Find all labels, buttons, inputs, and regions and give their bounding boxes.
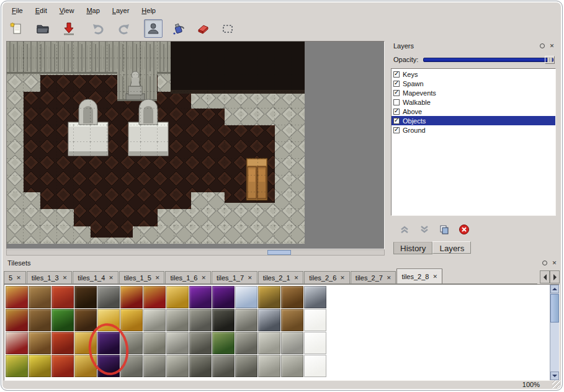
tab-close-icon[interactable]: ✕ [63, 275, 68, 281]
layer-visibility-checkbox[interactable] [393, 99, 400, 105]
tile-angel-base[interactable] [166, 355, 189, 377]
scroll-tabs-left-button[interactable] [540, 270, 550, 283]
map-canvas[interactable] [6, 41, 385, 249]
raise-layer-button[interactable] [398, 223, 411, 236]
layer-visibility-checkbox[interactable] [393, 118, 400, 124]
tile-gargoyle-2[interactable] [189, 332, 212, 354]
tab-close-icon[interactable]: ✕ [340, 275, 345, 281]
tile-purple-throne-right[interactable] [212, 286, 235, 308]
tab-close-icon[interactable]: ✕ [248, 275, 253, 281]
tab-close-icon[interactable]: ✕ [109, 275, 114, 281]
opacity-slider-handle[interactable] [545, 56, 555, 64]
tile-loom-rack[interactable] [29, 286, 51, 308]
tile-blank-b[interactable] [304, 332, 326, 354]
tab-layers[interactable]: Layers [432, 241, 471, 254]
tile-vase-base[interactable] [212, 355, 235, 377]
new-map-button[interactable] [7, 19, 26, 38]
opacity-slider-track[interactable] [423, 58, 553, 62]
tile-loom-threads[interactable] [29, 309, 51, 331]
layer-row-objects[interactable]: Objects [392, 116, 555, 125]
tile-red-pot-3[interactable] [51, 355, 74, 377]
tile-stone-tile-d[interactable] [281, 355, 303, 377]
tile-dark-tomb[interactable] [212, 309, 235, 331]
tab-close-icon[interactable]: ✕ [294, 275, 299, 281]
tileset-tab-tiles-1-6[interactable]: tiles_1_6 ✕ [165, 271, 211, 283]
tile-green-banner[interactable] [6, 355, 28, 377]
resize-grip[interactable] [552, 380, 560, 388]
layer-visibility-checkbox[interactable] [393, 127, 400, 133]
scroll-down-button[interactable] [550, 372, 559, 380]
tab-close-icon[interactable]: ✕ [16, 275, 21, 281]
menu-item-edit[interactable]: Edit [30, 6, 53, 16]
layer-row-above[interactable]: Above [392, 107, 555, 116]
layer-visibility-checkbox[interactable] [393, 81, 400, 87]
lower-layer-button[interactable] [418, 223, 431, 236]
tile-gold-crown[interactable] [166, 286, 189, 308]
tileset-tab-tiles-2-7[interactable]: tiles_2_7 ✕ [351, 271, 396, 283]
tile-wood-chest[interactable] [281, 309, 303, 331]
tileset-tab-tiles-2-1[interactable]: tiles_2_1 ✕ [258, 271, 304, 283]
layer-row-walkable[interactable]: Walkable [392, 97, 555, 107]
menu-item-layer[interactable]: Layer [107, 6, 135, 16]
tileset-tab-tiles-1-7[interactable]: tiles_1_7 ✕ [212, 271, 257, 283]
tab-history[interactable]: History [393, 242, 432, 254]
tileset-content[interactable] [4, 284, 560, 381]
undo-button[interactable] [89, 19, 108, 38]
eraser-tool-button[interactable] [194, 19, 212, 38]
layer-row-ground[interactable]: Ground [392, 125, 555, 135]
tile-stone-gate[interactable] [97, 286, 120, 308]
tileset-tab-tiles-1-3[interactable]: tiles_1_3 ✕ [27, 271, 73, 283]
tile-banner-red[interactable] [6, 286, 28, 308]
tab-close-icon[interactable]: ✕ [432, 274, 437, 280]
tile-banner-red-2[interactable] [6, 309, 28, 331]
save-map-button[interactable] [60, 19, 78, 38]
tile-armor-bust[interactable] [304, 286, 326, 308]
tile-crest-banner[interactable] [6, 332, 28, 354]
tile-red-throne-left[interactable] [120, 286, 143, 308]
tile-stone-tile-b[interactable] [281, 332, 303, 354]
tileset-tab-tiles-2-6[interactable]: tiles_2_6 ✕ [304, 271, 350, 283]
tile-wood-desk[interactable] [281, 286, 303, 308]
tile-red-pot-2[interactable] [51, 332, 74, 354]
tile-statue-base[interactable] [143, 355, 166, 377]
tile-white-window[interactable] [235, 286, 257, 308]
tileset-vertical-scrollbar[interactable] [550, 285, 559, 380]
tile-red-throne-right[interactable] [143, 286, 166, 308]
redo-button[interactable] [114, 19, 133, 38]
tile-blank-c[interactable] [304, 355, 326, 377]
scroll-tabs-right-button[interactable] [550, 270, 560, 283]
menu-item-file[interactable]: File [6, 6, 29, 16]
tile-knight-armor[interactable] [258, 309, 280, 331]
layer-visibility-checkbox[interactable] [393, 90, 400, 96]
select-tool-button[interactable] [218, 19, 237, 38]
tile-stone-tile-a[interactable] [258, 332, 280, 354]
layer-row-mapevents[interactable]: Mapevents [392, 88, 555, 97]
menu-item-map[interactable]: Map [81, 6, 105, 16]
tile-purple-throne-left[interactable] [189, 286, 212, 308]
tile-gargoyle[interactable] [189, 309, 212, 331]
layer-row-keys[interactable]: Keys [392, 69, 555, 79]
tile-gold-treasure[interactable] [120, 309, 143, 331]
tile-gargoyle-base[interactable] [189, 355, 212, 377]
tileset-tab-tiles-2-8[interactable]: tiles_2_8 ✕ [396, 269, 442, 283]
tile-pillar-blocks[interactable] [235, 309, 257, 331]
scrollbar-thumb[interactable] [267, 250, 291, 255]
tile-stone-tile-c[interactable] [258, 355, 280, 377]
tile-pillar-base[interactable] [235, 332, 257, 354]
duplicate-layer-button[interactable] [438, 223, 450, 236]
delete-layer-button[interactable] [458, 223, 470, 236]
fill-tool-button[interactable] [169, 19, 187, 38]
tile-red-pot-stand[interactable] [51, 286, 74, 308]
canvas-horizontal-scrollbar[interactable] [6, 249, 385, 256]
float-panel-button[interactable] [540, 259, 548, 267]
tile-bookshelf[interactable] [74, 309, 97, 331]
tile-white-bust[interactable] [143, 309, 166, 331]
tileset-tab-5[interactable]: 5 ✕ [4, 271, 26, 283]
menu-item-view[interactable]: View [54, 6, 80, 16]
scroll-up-button[interactable] [550, 285, 559, 293]
tile-angel-wings[interactable] [166, 332, 189, 354]
tile-stone-statue[interactable] [143, 332, 166, 354]
scrollbar-thumb[interactable] [550, 294, 559, 323]
tile-angel-statue[interactable] [166, 309, 189, 331]
open-map-button[interactable] [34, 19, 52, 38]
